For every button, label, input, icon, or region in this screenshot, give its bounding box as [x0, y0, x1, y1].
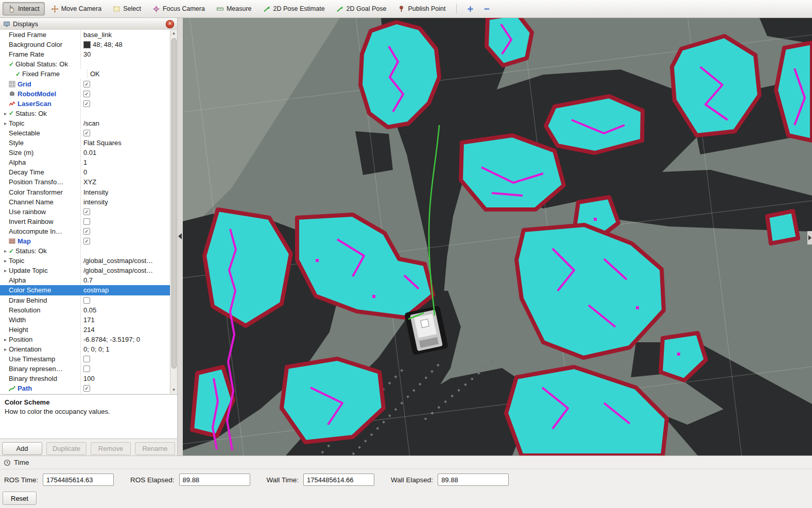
property-row-laserscan[interactable]: LaserScan✓ [0, 99, 170, 109]
checkbox-grid[interactable]: ✓ [83, 81, 90, 87]
render-view[interactable] [183, 18, 812, 456]
duplicate-button[interactable]: Duplicate [46, 442, 87, 455]
checkbox-draw-behind[interactable] [83, 297, 90, 304]
expander-icon[interactable]: ▸ [2, 346, 9, 352]
checkbox-path[interactable]: ✓ [83, 385, 90, 392]
property-row-update-topic[interactable]: ▸Update Topic/global_costmap/cost… [0, 266, 170, 275]
tool-focus-camera[interactable]: Focus Camera [147, 2, 210, 15]
property-row-topic[interactable]: ▸Topic/global_costmap/cost… [0, 256, 170, 266]
property-row-draw-behind[interactable]: Draw Behind [0, 295, 170, 305]
property-row-autocompute-in[interactable]: Autocompute In…✓ [0, 226, 170, 236]
property-row-decay-time[interactable]: Decay Time0 [0, 167, 170, 177]
property-value[interactable]: 48; 48; 48 [93, 41, 123, 48]
property-row-position[interactable]: ▸Position-6.8784; -3.5197; 0 [0, 335, 170, 344]
property-value[interactable]: /scan [83, 119, 99, 127]
property-row-resolution[interactable]: Resolution0.05 [0, 305, 170, 315]
close-panel-icon[interactable]: ✕ [166, 20, 174, 28]
remove-tool-button[interactable] [479, 2, 494, 15]
property-value[interactable]: Intensity [83, 188, 108, 196]
property-value[interactable]: 1 [83, 159, 87, 166]
property-row-alpha[interactable]: Alpha1 [0, 157, 170, 167]
displays-panel-header[interactable]: Displays ✕ [0, 18, 177, 30]
checkbox-selectable[interactable]: ✓ [83, 130, 90, 136]
tool-2d-pose-estimate[interactable]: 2D Pose Estimate [258, 2, 330, 15]
property-row-binary-threshold[interactable]: Binary threshold100 [0, 374, 170, 383]
property-row-orientation[interactable]: ▸Orientation0; 0; 0; 1 [0, 344, 170, 354]
scroll-down-icon[interactable]: ▼ [170, 387, 177, 394]
rename-button[interactable]: Rename [135, 442, 175, 455]
property-row-height[interactable]: Height214 [0, 325, 170, 335]
add-button[interactable]: Add [2, 442, 42, 455]
property-row-size-m[interactable]: Size (m)0.01 [0, 148, 170, 157]
tool-2d-goal-pose[interactable]: 2D Goal Pose [331, 2, 392, 15]
property-row-color-transformer[interactable]: Color TransformerIntensity [0, 187, 170, 197]
property-row-status-ok[interactable]: ▸✓Status: Ok [0, 246, 170, 256]
property-row-use-rainbow[interactable]: Use rainbow✓ [0, 207, 170, 217]
property-value[interactable]: 0.01 [83, 149, 96, 156]
property-row-path[interactable]: Path✓ [0, 383, 170, 393]
ros-elapsed-input[interactable] [179, 474, 250, 486]
property-row-global-status-ok[interactable]: ✓Global Status: Ok [0, 59, 170, 69]
property-value[interactable]: 0 [83, 168, 87, 176]
property-row-width[interactable]: Width171 [0, 315, 170, 325]
collapse-left-icon[interactable] [178, 233, 182, 239]
checkbox-binary-represen[interactable] [83, 365, 90, 372]
panel-splitter[interactable] [178, 18, 183, 456]
property-row-status-ok[interactable]: ▸✓Status: Ok [0, 109, 170, 118]
property-row-binary-represen[interactable]: Binary represen… [0, 364, 170, 374]
property-value[interactable]: OK [90, 70, 100, 78]
property-row-topic[interactable]: ▸Topic/scan [0, 118, 170, 128]
property-row-selectable[interactable]: Selectable✓ [0, 128, 170, 138]
property-value[interactable]: intensity [83, 198, 108, 206]
property-value[interactable]: base_link [83, 31, 112, 39]
property-row-grid[interactable]: Grid✓ [0, 79, 170, 89]
displays-scrollbar[interactable]: ▲ ▼ [170, 30, 177, 394]
property-value[interactable]: /global_costmap/cost… [83, 257, 153, 265]
property-row-invert-rainbow[interactable]: Invert Rainbow [0, 217, 170, 226]
wall-elapsed-input[interactable] [438, 474, 509, 486]
property-row-style[interactable]: StyleFlat Squares [0, 138, 170, 148]
checkbox-laserscan[interactable]: ✓ [83, 100, 90, 107]
checkbox-autocompute-in[interactable]: ✓ [83, 228, 90, 235]
property-value[interactable]: -6.8784; -3.5197; 0 [83, 336, 140, 343]
property-value[interactable]: 0.05 [83, 306, 96, 314]
add-tool-button[interactable] [462, 2, 478, 15]
property-row-background-color[interactable]: Background Color48; 48; 48 [0, 40, 170, 49]
property-row-fixed-frame[interactable]: ✓Fixed FrameOK [0, 69, 170, 79]
expander-icon[interactable]: ▸ [2, 120, 9, 126]
property-value[interactable]: 214 [83, 326, 95, 334]
tool-select[interactable]: Select [108, 2, 146, 15]
checkbox-use-timestamp[interactable] [83, 356, 90, 362]
time-panel-header[interactable]: Time [0, 456, 812, 469]
property-value[interactable]: 0; 0; 0; 1 [83, 345, 110, 353]
checkbox-invert-rainbow[interactable] [83, 218, 90, 225]
property-value[interactable]: /global_costmap/cost… [83, 267, 153, 274]
reset-button[interactable]: Reset [3, 492, 37, 505]
property-row-alpha[interactable]: Alpha0.7 [0, 275, 170, 285]
property-row-position-transfo[interactable]: Position Transfo…XYZ [0, 177, 170, 187]
collapse-right-handle[interactable] [807, 231, 812, 244]
checkbox-map[interactable]: ✓ [83, 238, 90, 244]
wall-time-input[interactable] [303, 474, 374, 486]
expander-icon[interactable]: ▸ [2, 111, 9, 116]
expander-icon[interactable]: ▸ [2, 258, 9, 264]
property-value[interactable]: 171 [83, 316, 95, 324]
tool-publish-point[interactable]: Publish Point [392, 2, 451, 15]
tool-measure[interactable]: Measure [211, 2, 257, 15]
expander-icon[interactable]: ▸ [2, 268, 9, 273]
property-row-channel-name[interactable]: Channel Nameintensity [0, 197, 170, 207]
property-value[interactable]: 0.7 [83, 276, 93, 284]
expander-icon[interactable]: ▸ [2, 337, 9, 342]
scrollbar-thumb[interactable] [171, 38, 177, 369]
checkbox-use-rainbow[interactable]: ✓ [83, 208, 90, 215]
property-row-frame-rate[interactable]: Frame Rate30 [0, 49, 170, 59]
ros-time-input[interactable] [43, 474, 114, 486]
property-value[interactable]: 100 [83, 375, 95, 382]
remove-button[interactable]: Remove [91, 442, 131, 455]
property-row-map[interactable]: Map✓ [0, 236, 170, 246]
tool-move-camera[interactable]: Move Camera [46, 2, 107, 15]
property-value[interactable]: costmap [83, 286, 109, 294]
property-value[interactable]: Flat Squares [83, 139, 122, 147]
tool-interact[interactable]: Interact [3, 2, 45, 15]
property-row-color-scheme[interactable]: Color Schemecostmap [0, 285, 170, 295]
